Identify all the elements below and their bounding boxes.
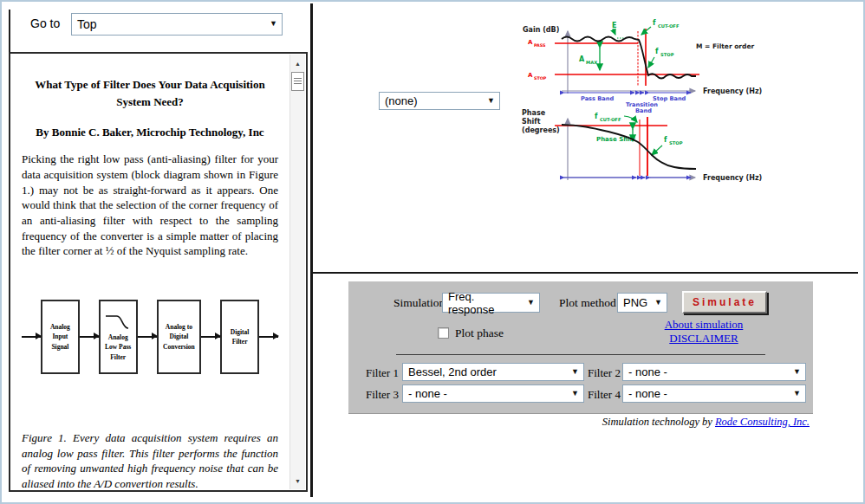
flow-arrow-icon: [80, 336, 99, 338]
fstop-label-bottom: f: [664, 136, 667, 144]
filter-2-select[interactable]: - none - ▼: [622, 363, 806, 381]
amax-label: A: [579, 55, 585, 63]
apass-sub: PASS: [534, 43, 546, 48]
flow-arrow-icon: [22, 336, 41, 338]
plot-method-label: Plot method: [559, 296, 616, 310]
phase-axis-label-2: Shift: [522, 118, 541, 126]
arrow-up-icon: ▲: [295, 61, 301, 67]
simulation-select[interactable]: Freq. response ▼: [442, 293, 540, 313]
freq-axis-label-top: Frequency (Hz): [703, 87, 762, 95]
scrollbar-thumb[interactable]: [291, 72, 304, 91]
phase-curve: [562, 125, 696, 169]
apass-label: A: [528, 39, 533, 46]
preset-select-value: (none): [385, 94, 418, 107]
scroll-grip-icon: [294, 78, 302, 86]
help-links: About simulation DISCLAIMER: [634, 318, 773, 346]
fstop-label-top: f: [655, 48, 659, 55]
block-label: Analog Input Signal: [50, 322, 70, 352]
rode-consulting-link[interactable]: Rode Consulting, Inc.: [715, 416, 810, 428]
astop-sub: STOP: [534, 76, 547, 81]
figure-caption: Figure 1. Every data acquisition system …: [22, 430, 278, 490]
simulate-button[interactable]: Simulate: [682, 291, 767, 313]
article-title: What Type of Filter Does Your Data Acqui…: [22, 76, 278, 111]
phase-axis-label-1: Phase: [522, 109, 546, 117]
block-ad-conversion: Analog to Digital Conversion: [157, 300, 202, 374]
goto-label: Go to: [30, 16, 60, 30]
simulation-select-value: Freq. response: [448, 290, 524, 316]
scroll-up-button[interactable]: ▲: [290, 56, 305, 70]
credit-text: Simulation technology by: [602, 416, 715, 428]
flow-arrow-icon: [138, 336, 157, 338]
plot-method-select-value: PNG: [623, 296, 647, 309]
fcutoff-label-top: f: [653, 19, 656, 27]
ripple-arrow: [613, 29, 615, 35]
panel-separator: [396, 354, 765, 355]
article-content: What Type of Filter Does Your Data Acqui…: [10, 54, 289, 490]
plot-phase-checkbox[interactable]: [438, 327, 449, 339]
astop-label: A: [528, 72, 533, 79]
lowpass-curve-icon: [102, 312, 133, 333]
filter-3-label: Filter 3: [366, 388, 399, 402]
phase-shift-label: Phase Shift: [596, 136, 636, 143]
filter-response-diagram: Gain (dB) Frequency (Hz) M = Filter orde…: [520, 17, 773, 192]
amax-sub: MAX: [586, 60, 597, 65]
credit-bar: Simulation technology by Rode Consulting…: [348, 413, 813, 430]
freq-axis-label-bottom: Frequency (Hz): [703, 174, 762, 182]
vertical-frame-divider: [310, 3, 313, 497]
block-low-pass-filter: Analog Low Pass Filter: [99, 300, 138, 374]
chevron-down-icon: ▼: [571, 389, 579, 397]
fcutoff-sub-top: CUT-OFF: [658, 23, 680, 29]
chevron-down-icon: ▼: [487, 96, 495, 104]
chevron-down-icon: ▼: [527, 298, 535, 306]
fstop-arrow-top: [648, 57, 654, 68]
about-simulation-link[interactable]: About simulation: [665, 318, 744, 331]
fcutoff-sub-bottom: CUT-OFF: [600, 117, 621, 122]
phase-axis-label-3: (degrees): [522, 126, 560, 134]
block-label: Analog to Digital Conversion: [163, 322, 195, 352]
chevron-down-icon: ▼: [270, 20, 277, 28]
goto-select-value: Top: [77, 17, 97, 31]
gain-axis-label: Gain (dB): [523, 26, 559, 34]
arrow-down-icon: ▼: [295, 478, 301, 484]
preset-select[interactable]: (none) ▼: [379, 92, 500, 110]
plot-phase-label: Plot phase: [455, 326, 504, 340]
block-diagram: Analog Input Signal Analog Low Pass Filt…: [22, 294, 278, 380]
chevron-down-icon: ▼: [793, 367, 801, 375]
article-paragraph: Picking the right low pass (anti-aliasin…: [22, 152, 278, 259]
fstop-arrow-bottom: [652, 145, 662, 155]
article-byline: By Bonnie C. Baker, Microchip Technology…: [22, 126, 278, 139]
ripple-label: E: [612, 22, 616, 29]
goto-select[interactable]: Top ▼: [71, 13, 283, 36]
fcutoff-arrow-bottom: [624, 116, 637, 122]
filter-1-value: Bessel, 2nd order: [408, 365, 497, 378]
simulation-label: Simulation: [393, 296, 445, 310]
filter-2-label: Filter 2: [588, 366, 621, 380]
block-digital-filter: Digital Filter: [220, 300, 259, 374]
article-scrollbar[interactable]: ▲ ▼: [289, 55, 305, 489]
scroll-down-button[interactable]: ▼: [290, 474, 305, 488]
filter-3-value: - none -: [408, 387, 447, 400]
block-label: Analog Low Pass Filter: [105, 333, 131, 362]
flow-arrow-icon: [259, 336, 278, 338]
filter-order-note: M = Filter order: [696, 42, 755, 50]
chevron-down-icon: ▼: [654, 298, 662, 306]
article-frame: What Type of Filter Does Your Data Acqui…: [9, 52, 308, 492]
filter-1-select[interactable]: Bessel, 2nd order ▼: [402, 363, 584, 381]
filter-3-select[interactable]: - none - ▼: [402, 384, 584, 403]
chevron-down-icon: ▼: [793, 389, 801, 397]
goto-bar: Go to Top ▼: [10, 12, 305, 38]
chevron-down-icon: ▼: [571, 367, 579, 375]
fstop-sub-bottom: STOP: [669, 140, 683, 145]
filter-4-value: - none -: [628, 387, 667, 400]
fcutoff-label-bottom: f: [595, 113, 598, 120]
filter-4-select[interactable]: - none - ▼: [622, 384, 806, 403]
passband-label: Pass Band: [581, 95, 614, 102]
fstop-sub-top: STOP: [660, 52, 674, 57]
filter-4-label: Filter 4: [588, 388, 621, 402]
block-label: Digital Filter: [231, 327, 250, 347]
filter-1-label: Filter 1: [366, 366, 399, 380]
filter-2-value: - none -: [628, 365, 667, 378]
disclaimer-link[interactable]: DISCLAIMER: [669, 332, 738, 345]
plot-method-select[interactable]: PNG ▼: [617, 293, 667, 313]
app-window: Go to Top ▼ What Type of Filter Does You…: [0, 0, 865, 504]
